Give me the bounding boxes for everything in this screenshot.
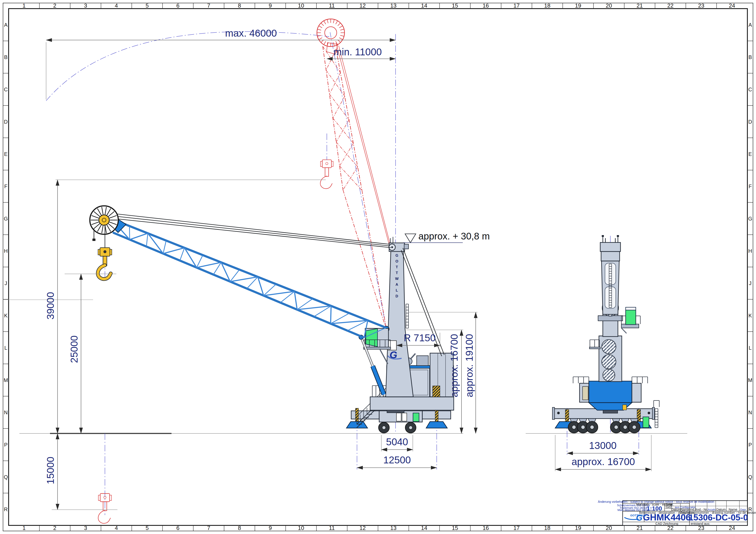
dim-max-radius: max. 46000 bbox=[225, 28, 277, 39]
svg-text:5: 5 bbox=[146, 525, 148, 531]
svg-text:21: 21 bbox=[636, 2, 643, 9]
rear-house-door bbox=[582, 387, 588, 400]
svg-text:7: 7 bbox=[207, 525, 210, 531]
svg-text:9: 9 bbox=[269, 2, 272, 9]
side-dimensions: max. 46000 min. 11000 approx. + 30,8 m 3… bbox=[45, 28, 490, 510]
drawing-sheet: 123456789101112131415161718192021222324 … bbox=[0, 0, 756, 534]
svg-text:K: K bbox=[4, 313, 8, 318]
svg-text:20: 20 bbox=[606, 525, 612, 531]
svg-text:12: 12 bbox=[360, 525, 366, 531]
svg-text:24: 24 bbox=[729, 2, 735, 9]
svg-text:R: R bbox=[4, 506, 8, 512]
svg-text:11: 11 bbox=[329, 525, 335, 531]
svg-text:J: J bbox=[749, 280, 751, 286]
svg-text:N: N bbox=[748, 410, 752, 415]
svg-text:10: 10 bbox=[298, 2, 304, 9]
svg-text:D: D bbox=[748, 119, 752, 125]
svg-text:15: 15 bbox=[452, 2, 458, 9]
dim-boom-tip-height: 39000 bbox=[45, 292, 56, 319]
svg-text:7: 7 bbox=[207, 2, 210, 9]
svg-text:3: 3 bbox=[84, 525, 87, 531]
frame-row-strip-right: ABCDEFGHJKLMNPQR bbox=[747, 22, 753, 512]
svg-text:M: M bbox=[748, 377, 752, 383]
svg-text:E: E bbox=[748, 151, 752, 157]
svg-text:6: 6 bbox=[176, 525, 179, 531]
dim-below-quay: 15000 bbox=[45, 457, 56, 484]
svg-text:22: 22 bbox=[667, 2, 673, 9]
svg-text:22: 22 bbox=[667, 525, 673, 531]
frame-column-strip-top: 123456789101112131415161718192021222324 bbox=[22, 2, 735, 9]
svg-text:12: 12 bbox=[360, 2, 366, 9]
boom-motion-arc bbox=[46, 32, 329, 101]
drawing-number-value: 15306-DC-05-0 bbox=[688, 513, 748, 522]
dim-min-radius: min. 11000 bbox=[334, 46, 382, 58]
dim-level: approx. + 30,8 m bbox=[418, 231, 490, 242]
svg-text:4: 4 bbox=[115, 2, 118, 9]
svg-text:H: H bbox=[748, 248, 752, 254]
svg-text:3: 3 bbox=[84, 2, 87, 9]
svg-text:A: A bbox=[748, 22, 752, 28]
svg-text:17: 17 bbox=[513, 2, 520, 9]
svg-text:A: A bbox=[4, 22, 8, 28]
svg-text:21: 21 bbox=[636, 525, 643, 531]
svg-text:2: 2 bbox=[53, 525, 56, 531]
side-operator-cab bbox=[364, 328, 391, 364]
svg-text:L: L bbox=[749, 345, 751, 351]
svg-text:P: P bbox=[4, 442, 8, 448]
dim-hook-height: 25000 bbox=[68, 336, 80, 363]
svg-text:G: G bbox=[748, 216, 752, 221]
svg-text:J: J bbox=[5, 280, 7, 286]
svg-text:16: 16 bbox=[483, 2, 489, 9]
svg-text:M: M bbox=[4, 377, 8, 383]
svg-text:24: 24 bbox=[729, 525, 735, 531]
cad-drawing: 123456789101112131415161718192021222324 … bbox=[0, 0, 756, 534]
phantom-boom-raised bbox=[317, 19, 391, 329]
side-superstructure bbox=[370, 353, 454, 413]
svg-text:D: D bbox=[4, 119, 8, 125]
svg-text:B: B bbox=[748, 54, 752, 60]
boom-lattice bbox=[111, 219, 386, 338]
rear-wheels bbox=[568, 419, 640, 433]
svg-text:5: 5 bbox=[146, 2, 148, 9]
title-block: Änderung vorbehalten - subject to change… bbox=[598, 500, 756, 525]
cad-note: CAD Zeichnung bbox=[655, 522, 678, 525]
svg-text:1: 1 bbox=[22, 2, 25, 9]
side-view: GOTTWALD G bbox=[90, 34, 454, 523]
svg-text:17: 17 bbox=[513, 525, 520, 531]
logo-g-icon: G bbox=[636, 513, 642, 522]
svg-text:F: F bbox=[749, 184, 752, 189]
svg-text:H: H bbox=[4, 248, 8, 254]
svg-text:20: 20 bbox=[606, 2, 612, 9]
tower-flange bbox=[598, 316, 623, 321]
carbody-green-door bbox=[413, 413, 419, 421]
svg-text:23: 23 bbox=[698, 2, 704, 9]
dim-overall-width: approx. 16700 bbox=[572, 456, 635, 467]
svg-text:18: 18 bbox=[544, 525, 551, 531]
svg-text:6: 6 bbox=[176, 2, 179, 9]
phantom-hook-lowered bbox=[98, 494, 112, 523]
svg-text:18: 18 bbox=[544, 2, 551, 9]
svg-text:10: 10 bbox=[298, 525, 304, 531]
svg-text:19: 19 bbox=[575, 525, 581, 531]
right-support-pad bbox=[426, 421, 447, 428]
dim-bogie-spacing: 5040 bbox=[386, 436, 408, 447]
sheet-frame: 123456789101112131415161718192021222324 … bbox=[3, 2, 753, 531]
rear-tower bbox=[589, 235, 623, 382]
svg-text:23: 23 bbox=[698, 525, 704, 531]
svg-text:P: P bbox=[748, 442, 752, 448]
tower-ladder bbox=[406, 304, 409, 328]
svg-text:L: L bbox=[4, 345, 7, 351]
rear-superstructure bbox=[573, 377, 648, 413]
dim-tail-radius: R 7150 bbox=[404, 332, 436, 343]
svg-text:G: G bbox=[4, 216, 8, 221]
rear-dimensions: 13000 approx. 16700 bbox=[555, 435, 651, 471]
counterweight-hatch bbox=[433, 386, 440, 397]
svg-text:11: 11 bbox=[329, 2, 335, 9]
svg-text:F: F bbox=[4, 184, 8, 189]
frame-row-strip-left: ABCDEFGHJKLMNPQR bbox=[3, 22, 9, 512]
svg-text:N: N bbox=[4, 410, 8, 415]
svg-text:16: 16 bbox=[483, 525, 489, 531]
svg-text:14: 14 bbox=[421, 525, 427, 531]
svg-text:B: B bbox=[4, 54, 8, 60]
svg-text:E: E bbox=[4, 151, 8, 157]
